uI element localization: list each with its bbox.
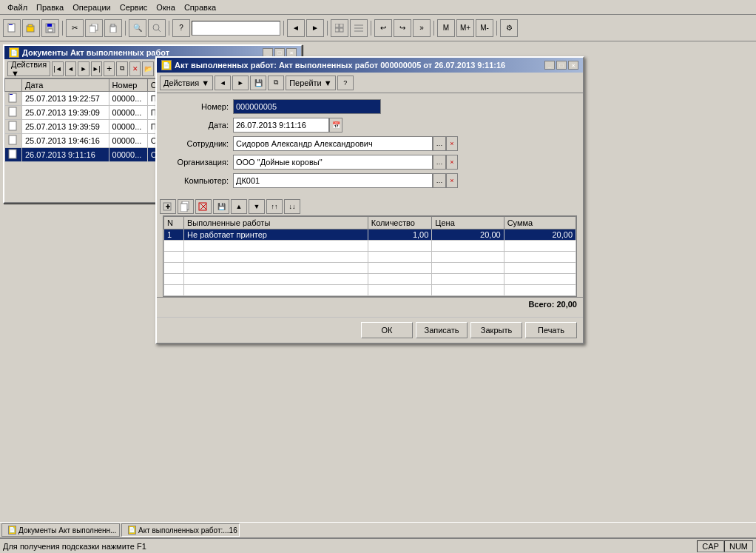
- inner-sort-desc-btn[interactable]: ↓↓: [284, 199, 300, 214]
- ok-button[interactable]: ОК: [361, 322, 413, 338]
- toolbar-undo-btn[interactable]: ↩: [374, 19, 392, 37]
- employee-field[interactable]: [233, 136, 433, 151]
- bg-nav-first-btn[interactable]: |◄: [52, 61, 63, 76]
- employee-lookup-btn[interactable]: …: [433, 136, 446, 151]
- toolbar-m-btn[interactable]: M: [437, 19, 455, 37]
- employee-clear-btn[interactable]: ×: [446, 136, 458, 151]
- dialog-goto-dropdown[interactable]: Перейти ▼: [286, 76, 336, 90]
- date-picker-btn[interactable]: 📅: [329, 118, 342, 133]
- toolbar-sep-3: [169, 21, 169, 36]
- toolbar-search-btn[interactable]: 🔍: [129, 19, 146, 37]
- org-lookup-btn[interactable]: …: [433, 155, 446, 170]
- inner-table-row-empty-5[interactable]: [164, 285, 576, 296]
- inner-table-row-empty-2[interactable]: [164, 252, 576, 263]
- print-button[interactable]: Печать: [525, 322, 577, 338]
- save-button[interactable]: Записать: [416, 322, 468, 338]
- toolbar-mplus-btn[interactable]: M+: [456, 19, 474, 37]
- toolbar-redo-btn[interactable]: ↪: [394, 19, 411, 37]
- computer-clear-btn[interactable]: ×: [446, 173, 458, 188]
- bg-copy-btn[interactable]: ⧉: [116, 61, 127, 76]
- cap-indicator: CAP: [697, 540, 724, 552]
- menu-file[interactable]: Файл: [3, 1, 32, 13]
- svg-rect-10: [111, 24, 115, 27]
- org-clear-btn[interactable]: ×: [446, 155, 458, 170]
- col-n[interactable]: N: [164, 217, 184, 229]
- inner-delete-row-btn[interactable]: [195, 199, 212, 214]
- dialog-minimize-btn[interactable]: _: [544, 61, 555, 70]
- date-field[interactable]: [233, 118, 329, 133]
- inner-down-btn[interactable]: ▼: [249, 199, 265, 214]
- dialog-nav-next-btn[interactable]: ►: [232, 76, 249, 90]
- bg-nav-next-btn[interactable]: ►: [78, 61, 89, 76]
- toolbar-save-btn[interactable]: [41, 19, 59, 37]
- bg-delete-btn[interactable]: ✕: [129, 61, 141, 76]
- inner-table-row-empty-1[interactable]: [164, 241, 576, 252]
- col-sum[interactable]: Сумма: [504, 217, 576, 229]
- close-button[interactable]: Закрыть: [470, 322, 522, 338]
- dialog-help-btn[interactable]: ?: [337, 76, 354, 90]
- status-hint: Для получения подсказки нажмите F1: [3, 542, 146, 551]
- svg-rect-23: [9, 121, 16, 130]
- inner-table-row-empty-3[interactable]: [164, 263, 576, 274]
- computer-field-group: … ×: [233, 173, 458, 188]
- row-date: 25.07.2013 19:39:09: [22, 106, 109, 120]
- inner-table-row-empty-4[interactable]: [164, 274, 576, 285]
- toolbar-sep-7: [433, 21, 434, 36]
- menu-edit[interactable]: Правка: [32, 1, 68, 13]
- computer-lookup-btn[interactable]: …: [433, 173, 446, 188]
- toolbar-prev-btn[interactable]: ◄: [287, 19, 305, 37]
- toolbar-open-btn[interactable]: [22, 19, 40, 37]
- toolbar-settings-btn[interactable]: ⚙: [500, 19, 518, 37]
- menu-help[interactable]: Справка: [180, 1, 220, 13]
- org-field[interactable]: [233, 155, 433, 170]
- menu-windows[interactable]: Окна: [152, 1, 180, 13]
- taskbar-item-bg-window[interactable]: 📄 Документы Акт выполненн...: [1, 523, 120, 537]
- svg-rect-1: [9, 24, 13, 25]
- bg-col-date[interactable]: Дата: [22, 79, 109, 92]
- dialog-actions-dropdown[interactable]: Действия ▼: [160, 76, 213, 90]
- col-qty[interactable]: Количество: [368, 217, 432, 229]
- bg-open-btn[interactable]: 📂: [142, 61, 153, 76]
- toolbar-sep-6: [371, 21, 371, 36]
- toolbar-mminus-btn[interactable]: M-: [476, 19, 493, 37]
- toolbar-copy-btn[interactable]: [85, 19, 103, 37]
- inner-sort-asc-btn[interactable]: ↑↑: [266, 199, 283, 214]
- total-row: Всего: 20,00: [157, 297, 583, 311]
- toolbar-search-input[interactable]: [192, 21, 280, 36]
- bg-add-btn[interactable]: +: [104, 61, 115, 76]
- dialog-close-btn[interactable]: ×: [568, 61, 578, 70]
- inner-save-row-btn[interactable]: 💾: [213, 199, 229, 214]
- inner-copy-row-btn[interactable]: [178, 199, 194, 214]
- inner-up-btn[interactable]: ▲: [231, 199, 247, 214]
- computer-field[interactable]: [233, 173, 433, 188]
- toolbar-cut-btn[interactable]: ✂: [66, 19, 84, 37]
- toolbar-list-btn[interactable]: [350, 19, 368, 37]
- col-price[interactable]: Цена: [432, 217, 504, 229]
- svg-rect-6: [48, 29, 53, 32]
- toolbar-paste-btn[interactable]: [104, 19, 122, 37]
- toolbar-next-btn[interactable]: ►: [306, 19, 324, 37]
- toolbar-extra-btn[interactable]: »: [413, 19, 431, 37]
- toolbar-new-btn[interactable]: [3, 19, 21, 37]
- toolbar-find-btn[interactable]: [148, 19, 166, 37]
- bg-actions-dropdown[interactable]: Действия ▼: [7, 61, 50, 76]
- menu-operations[interactable]: Операции: [68, 1, 115, 13]
- svg-rect-13: [335, 24, 339, 27]
- dialog-nav-prev-btn[interactable]: ◄: [215, 76, 231, 90]
- dialog-copy-btn[interactable]: ⧉: [268, 76, 284, 90]
- bg-nav-prev-btn[interactable]: ◄: [65, 61, 76, 76]
- inner-add-row-btn[interactable]: [160, 199, 176, 214]
- number-field[interactable]: [233, 99, 381, 114]
- menu-service[interactable]: Сервис: [115, 1, 152, 13]
- org-label: Организация:: [166, 158, 229, 167]
- bg-col-number[interactable]: Номер: [109, 79, 147, 92]
- dialog-save-btn[interactable]: 💾: [250, 76, 266, 90]
- col-work[interactable]: Выполненные работы: [184, 217, 368, 229]
- svg-rect-8: [90, 26, 95, 33]
- toolbar-grid-btn[interactable]: [331, 19, 348, 37]
- dialog-maximize-btn[interactable]: □: [556, 61, 567, 70]
- inner-table-row-selected[interactable]: 1 Не работает принтер 1,00 20,00 20,00: [164, 229, 576, 241]
- bg-nav-last-btn[interactable]: ►|: [91, 61, 102, 76]
- taskbar-item-dialog[interactable]: 📄 Акт выполненных работ:...16: [121, 523, 240, 537]
- toolbar-help-btn[interactable]: ?: [172, 19, 190, 37]
